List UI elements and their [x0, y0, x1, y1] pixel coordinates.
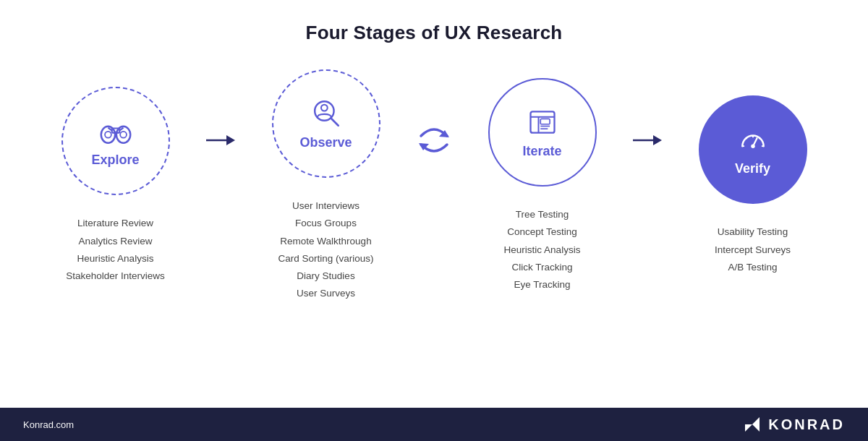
arrow-2: [629, 132, 666, 149]
konrad-k-icon: [742, 414, 762, 434]
arrow-1: [202, 132, 239, 149]
list-item: Literature Review: [77, 216, 153, 231]
svg-line-11: [331, 119, 339, 126]
svg-marker-29: [745, 417, 752, 432]
verify-circle: Verify: [695, 92, 811, 207]
list-item: Heuristic Analysis: [77, 252, 154, 266]
list-item: Click Tracking: [511, 260, 572, 275]
list-item: Usability Testing: [718, 225, 788, 239]
list-item: Stakeholder Interviews: [66, 269, 165, 283]
svg-marker-21: [653, 135, 662, 145]
page-title: Four Stages of UX Research: [306, 22, 563, 44]
svg-line-28: [759, 137, 760, 139]
explore-circle-dashed: Explore: [61, 87, 170, 195]
list-item: A/B Testing: [728, 260, 777, 275]
list-item: User Surveys: [297, 286, 355, 301]
diagram-container: Explore Literature Review Analytics Revi…: [29, 66, 839, 301]
list-item: Concept Testing: [507, 225, 577, 239]
observe-label: Observe: [299, 135, 352, 150]
stage-explore: Explore Literature Review Analytics Revi…: [29, 83, 202, 283]
observe-circle-dashed: Observe: [272, 69, 380, 178]
list-item: Remote Walkthrough: [280, 234, 371, 249]
svg-rect-17: [540, 119, 550, 124]
right-arrow-icon: [206, 132, 235, 149]
verify-label: Verify: [735, 161, 770, 176]
list-item: User Interviews: [292, 199, 359, 213]
observe-items: User Interviews Focus Groups Remote Walk…: [278, 199, 373, 301]
cycle-arrows: [412, 120, 456, 160]
stage-observe: Observe User Interviews Focus Groups Rem…: [239, 66, 412, 301]
list-item: Heuristic Analysis: [504, 243, 581, 257]
list-item: Intercept Surveys: [715, 243, 791, 257]
konrad-logo: KONRAD: [742, 414, 845, 434]
main-content: Four Stages of UX Research Explor: [0, 0, 868, 408]
list-item: Focus Groups: [295, 216, 357, 231]
list-item: Diary Studies: [297, 269, 354, 283]
gauge-icon: [737, 124, 769, 155]
iterate-items: Tree Testing Concept Testing Heuristic A…: [504, 207, 581, 292]
verify-circle-filled: Verify: [699, 95, 807, 204]
list-item: Eye Tracking: [514, 278, 570, 292]
footer-url: Konrad.com: [23, 419, 74, 430]
wireframe-icon: [527, 106, 558, 138]
stage-iterate: Iterate Tree Testing Concept Testing Heu…: [456, 74, 629, 292]
explore-items: Literature Review Analytics Review Heuri…: [66, 216, 165, 283]
svg-marker-31: [752, 424, 760, 432]
iterate-circle: Iterate: [485, 74, 600, 190]
svg-marker-30: [752, 417, 760, 424]
binoculars-icon: [100, 115, 132, 147]
svg-marker-8: [226, 135, 235, 145]
explore-circle: Explore: [58, 83, 174, 199]
iterate-label: Iterate: [522, 144, 561, 159]
svg-point-10: [320, 104, 327, 111]
svg-rect-14: [530, 111, 554, 132]
search-person-icon: [310, 98, 342, 129]
list-item: Tree Testing: [516, 207, 569, 222]
footer: Konrad.com KONRAD: [0, 408, 868, 441]
cycle-icon: [414, 120, 454, 160]
stage-verify: Verify Usability Testing Intercept Surve…: [666, 92, 839, 275]
iterate-circle-solid: Iterate: [488, 78, 597, 187]
svg-point-4: [120, 132, 127, 138]
right-arrow-2-icon: [633, 132, 662, 149]
list-item: Card Sorting (various): [278, 252, 373, 266]
list-item: Analytics Review: [78, 234, 152, 249]
svg-point-23: [751, 144, 755, 148]
observe-circle: Observe: [268, 66, 384, 181]
svg-rect-2: [111, 128, 119, 132]
svg-line-27: [745, 137, 746, 139]
svg-point-3: [105, 132, 111, 138]
konrad-brand-text: KONRAD: [768, 416, 845, 433]
explore-label: Explore: [91, 153, 139, 168]
verify-items: Usability Testing Intercept Surveys A/B …: [715, 225, 791, 275]
